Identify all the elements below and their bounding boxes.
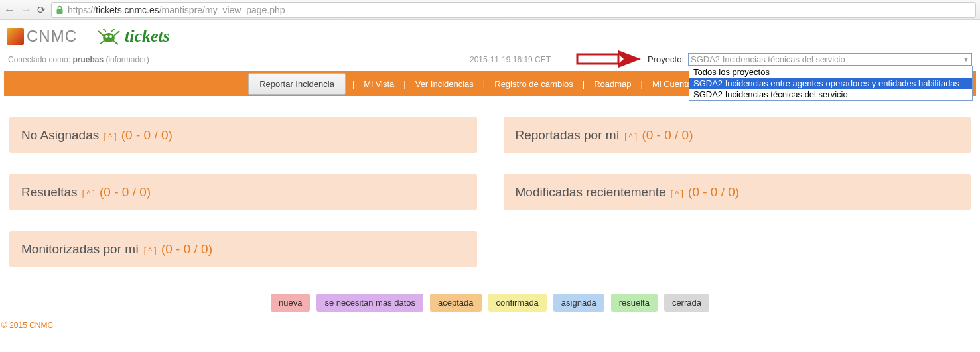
browser-toolbar: ← → ⟳ https://tickets.cnmc.es/mantispre/… — [0, 0, 980, 20]
user-info-line: Conectado como: pruebas (informador) 201… — [7, 53, 973, 71]
tickets-logo[interactable]: tickets — [96, 27, 170, 46]
box-no-asignadas[interactable]: No Asignadas [ ^ ] (0 - 0 / 0) — [9, 117, 477, 153]
svg-rect-0 — [57, 9, 63, 14]
project-dropdown-list: Todos los proyectos SGDA2 Incidencias en… — [689, 66, 973, 101]
cnmc-logo[interactable]: CNMC — [7, 27, 77, 46]
footer: © 2015 CNMC — [0, 318, 980, 337]
address-bar[interactable]: https://tickets.cnmc.es/mantispre/my_vie… — [51, 2, 976, 18]
status-legend: nueva se necesitan más datos aceptada co… — [0, 274, 980, 318]
cnmc-logo-text: CNMC — [27, 27, 77, 46]
header: CNMC tickets Conectado como: pruebas (in… — [0, 20, 980, 71]
forward-button[interactable]: → — [21, 3, 32, 17]
mantis-icon — [96, 27, 122, 46]
nav-view-issues[interactable]: Ver Incidencias — [413, 79, 476, 89]
dashboard-left-column: No Asignadas [ ^ ] (0 - 0 / 0) Resueltas… — [9, 117, 477, 267]
legend-aceptada: aceptada — [430, 294, 482, 312]
nav-changelog[interactable]: Registro de cambios — [492, 79, 576, 89]
nav-my-view[interactable]: Mi Vista — [361, 79, 397, 89]
project-selector-area: Proyecto: SGDA2 Incidencias técnicas del… — [648, 53, 972, 66]
lock-icon — [56, 5, 64, 15]
svg-point-2 — [105, 35, 108, 38]
project-selected-value: SGDA2 Incidencias técnicas del servicio — [691, 54, 845, 64]
nav-report-issue-button[interactable]: Reportar Incidencia — [248, 73, 346, 95]
box-reportadas[interactable]: Reportadas por mí [ ^ ] (0 - 0 / 0) — [504, 117, 971, 153]
nav-my-account[interactable]: Mi Cuenta — [650, 79, 694, 89]
collapse-icon[interactable]: [ ^ ] — [81, 189, 96, 198]
legend-cerrada: cerrada — [664, 294, 709, 312]
svg-point-3 — [109, 35, 112, 38]
dashboard-content: No Asignadas [ ^ ] (0 - 0 / 0) Resueltas… — [0, 96, 980, 274]
cnmc-square-icon — [7, 28, 24, 45]
collapse-icon[interactable]: [ ^ ] — [103, 132, 118, 141]
timestamp: 2015-11-19 16:19 CET — [470, 55, 551, 64]
collapse-icon[interactable]: [ ^ ] — [623, 132, 638, 141]
annotation-arrow-icon — [576, 48, 642, 72]
svg-marker-5 — [618, 50, 641, 68]
svg-rect-4 — [577, 54, 618, 64]
legend-confirmada: confirmada — [488, 294, 547, 312]
connected-as: Conectado como: pruebas (informador) — [8, 55, 149, 64]
legend-nueva: nueva — [271, 294, 310, 312]
box-resueltas[interactable]: Resueltas [ ^ ] (0 - 0 / 0) — [9, 174, 477, 210]
project-option[interactable]: SGDA2 Incidencias técnicas del servicio — [689, 89, 972, 100]
url-text: https://tickets.cnmc.es/mantispre/my_vie… — [68, 5, 285, 15]
project-label: Proyecto: — [648, 54, 684, 64]
project-option[interactable]: Todos los proyectos — [689, 66, 972, 78]
reload-button[interactable]: ⟳ — [37, 4, 46, 16]
legend-asignada: asignada — [553, 294, 604, 312]
project-select[interactable]: SGDA2 Incidencias técnicas del servicio … — [688, 53, 972, 66]
legend-resuelta: resuelta — [611, 294, 658, 312]
collapse-icon[interactable]: [ ^ ] — [669, 189, 685, 198]
back-button[interactable]: ← — [4, 3, 15, 17]
box-modificadas[interactable]: Modificadas recientemente [ ^ ] (0 - 0 /… — [504, 174, 971, 210]
legend-necesitan: se necesitan más datos — [316, 294, 423, 312]
nav-roadmap[interactable]: Roadmap — [591, 79, 634, 89]
collapse-icon[interactable]: [ ^ ] — [143, 246, 158, 255]
project-option[interactable]: SGDA2 Incidencias entre agentes operador… — [689, 78, 972, 89]
box-monitorizadas[interactable]: Monitorizadas por mí [ ^ ] (0 - 0 / 0) — [9, 231, 477, 267]
tickets-logo-text: tickets — [125, 27, 170, 46]
dashboard-right-column: Reportadas por mí [ ^ ] (0 - 0 / 0) Modi… — [504, 117, 971, 267]
chevron-down-icon: ▼ — [963, 56, 969, 63]
